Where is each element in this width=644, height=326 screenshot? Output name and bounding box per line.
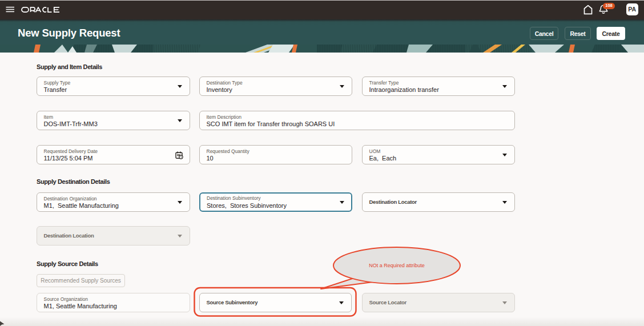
svg-text:NOt a Required attribute: NOt a Required attribute	[369, 263, 425, 268]
